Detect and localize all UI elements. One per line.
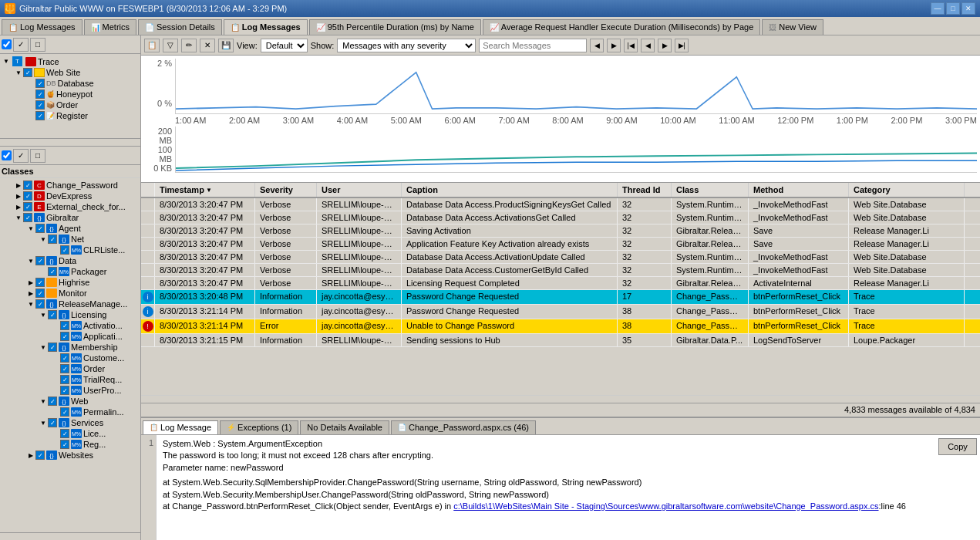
- expand-icon-ws[interactable]: ▶: [26, 451, 35, 460]
- table-scroll-h[interactable]: [141, 395, 980, 403]
- expand-icon-data[interactable]: ▼: [26, 256, 35, 265]
- checkbox-monitor[interactable]: [35, 289, 45, 298]
- checkbox-lice[interactable]: [60, 429, 69, 438]
- th-severity[interactable]: Severity: [255, 183, 317, 197]
- checkbox-act[interactable]: [60, 321, 69, 330]
- tab-change-password-file[interactable]: 📄 Change_Password.aspx.cs (46): [391, 420, 536, 434]
- expand-icon-web[interactable]: ▼: [39, 397, 48, 406]
- tree-node-clr[interactable]: ▶ M% CLRListe...: [2, 245, 139, 255]
- tab-avg-request[interactable]: 📈 Average Request Handler Execute Durati…: [483, 19, 761, 35]
- checkbox-packager[interactable]: [48, 267, 57, 276]
- checkbox-highrise[interactable]: [35, 278, 45, 287]
- nav-last-button[interactable]: ▶|: [675, 39, 689, 52]
- table-row[interactable]: 8/30/2013 3:20:47 PM Verbose SRELLIM\lou…: [141, 264, 980, 277]
- table-row[interactable]: 8/30/2013 3:20:47 PM Verbose SRELLIM\lou…: [141, 277, 980, 290]
- tree-node-custome[interactable]: ▶ M% Custome...: [2, 353, 139, 363]
- th-user[interactable]: User: [317, 183, 402, 197]
- checkbox-data[interactable]: [35, 256, 45, 265]
- check-all-button-2[interactable]: ✓: [13, 149, 29, 163]
- table-row[interactable]: 8/30/2013 3:20:47 PM Verbose SRELLIM\lou…: [141, 224, 980, 238]
- checkbox-cust[interactable]: [60, 353, 69, 363]
- tree-node-applicati[interactable]: ▶ M% Applicati...: [2, 331, 139, 342]
- checkbox-lic[interactable]: [48, 310, 57, 319]
- checkbox-net[interactable]: [48, 235, 57, 244]
- expand-icon-agent[interactable]: ▼: [26, 224, 35, 233]
- tree-node-order2[interactable]: ▶ M% Order: [2, 363, 139, 374]
- uncheck-all-button-2[interactable]: □: [30, 149, 45, 163]
- tree-node-userpro[interactable]: ▶ M% UserPro...: [2, 385, 139, 396]
- th-timestamp[interactable]: Timestamp ▼: [155, 183, 255, 197]
- checkbox-ws[interactable]: [35, 451, 45, 460]
- tree-node-database[interactable]: ▶ DB Database: [2, 78, 139, 89]
- table-row-selected[interactable]: i 8/30/2013 3:20:48 PM Information jay.c…: [141, 290, 980, 305]
- checkbox-order[interactable]: [35, 100, 45, 110]
- checkbox-ord2[interactable]: [60, 364, 69, 373]
- tree-node-services[interactable]: ▼ {} Services: [2, 417, 139, 428]
- expand-icon-rm[interactable]: ▼: [26, 299, 35, 309]
- tab-log-messages-2[interactable]: 📋 Log Messages: [224, 19, 308, 35]
- expand-icon-lic[interactable]: ▼: [39, 310, 48, 319]
- checkbox-rm[interactable]: [35, 299, 45, 309]
- tree-node-register[interactable]: ▶ 📝 Register: [2, 110, 139, 121]
- checkbox-user[interactable]: [60, 386, 69, 395]
- tree-scroll-top[interactable]: [0, 139, 140, 147]
- checkbox-app2[interactable]: [60, 332, 69, 341]
- checkbox-cp[interactable]: [23, 181, 32, 190]
- expand-icon-mem[interactable]: ▼: [39, 343, 48, 352]
- maximize-button[interactable]: □: [946, 2, 960, 15]
- funnel-button[interactable]: ▽: [163, 39, 178, 52]
- expand-icon-gib[interactable]: ▼: [14, 213, 23, 222]
- code-link[interactable]: c:\Builds\1\WebSites\Main Site - Staging…: [453, 501, 878, 511]
- tree-node-data[interactable]: ▼ {} Data: [2, 255, 139, 266]
- expand-icon-cp[interactable]: ▶: [14, 181, 23, 190]
- checkbox-mem[interactable]: [48, 343, 57, 352]
- tab-exceptions[interactable]: ⚡ Exceptions (1): [220, 420, 298, 434]
- th-threadid[interactable]: Thread Id: [618, 183, 672, 197]
- search-input[interactable]: [479, 39, 587, 52]
- tree-node-order[interactable]: ▶ 📦 Order: [2, 100, 139, 110]
- tab-metrics[interactable]: 📊 Metrics: [84, 19, 136, 35]
- expand-icon-highrise[interactable]: ▶: [26, 278, 35, 287]
- checkbox-database[interactable]: [35, 79, 45, 88]
- clear-filter-button[interactable]: ✕: [200, 39, 215, 52]
- expand-icon-dx[interactable]: ▶: [14, 191, 23, 201]
- checkbox-register[interactable]: [35, 111, 45, 120]
- tree-node-devexpress[interactable]: ▶ D DevExpress: [2, 191, 139, 201]
- tree-node-releasemgr[interactable]: ▼ {} ReleaseManage...: [2, 299, 139, 309]
- tree-node-reg[interactable]: ▶ M% Reg...: [2, 439, 139, 450]
- checkbox-honeypot[interactable]: [35, 89, 45, 99]
- nav-next-button[interactable]: ▶: [658, 39, 672, 52]
- th-class[interactable]: Class: [672, 183, 749, 197]
- copy-button[interactable]: Copy: [938, 438, 977, 455]
- expand-icon-svc[interactable]: ▼: [39, 418, 48, 427]
- tree-node-trialreq[interactable]: ▶ M% TrialReq...: [2, 374, 139, 385]
- tree-node-net[interactable]: ▼ {} Net: [2, 234, 139, 245]
- checkbox-gib[interactable]: [23, 213, 32, 222]
- minimize-button[interactable]: —: [931, 2, 945, 15]
- save-button[interactable]: 💾: [218, 39, 234, 52]
- tree-node-activation[interactable]: ▶ M% Activatio...: [2, 320, 139, 331]
- table-row[interactable]: 8/30/2013 3:20:47 PM Verbose SRELLIM\lou…: [141, 198, 980, 211]
- table-row[interactable]: i 8/30/2013 3:21:14 PM Information jay.c…: [141, 305, 980, 319]
- expand-icon-ext[interactable]: ▶: [14, 202, 23, 211]
- close-button[interactable]: ✕: [961, 2, 975, 15]
- expand-icon-monitor[interactable]: ▶: [26, 289, 35, 298]
- checkbox-ext[interactable]: [23, 202, 32, 211]
- tree-node-website[interactable]: ▼ Web Site: [2, 67, 139, 78]
- tree-node-permalin[interactable]: ▶ M% Permalin...: [2, 407, 139, 417]
- tree-node-web[interactable]: ▼ {} Web: [2, 396, 139, 407]
- table-row[interactable]: 8/30/2013 3:21:15 PM Information SRELLIM…: [141, 334, 980, 347]
- table-row[interactable]: 8/30/2013 3:20:47 PM Verbose SRELLIM\lou…: [141, 251, 980, 264]
- checkbox-perm[interactable]: [60, 407, 69, 417]
- checkbox-agent[interactable]: [35, 224, 45, 233]
- select-all-checkbox[interactable]: [2, 39, 12, 49]
- tab-log-messages-1[interactable]: 📋 Log Messages: [2, 19, 83, 35]
- tree-node-licensing[interactable]: ▼ {} Licensing: [2, 309, 139, 320]
- expand-icon-website[interactable]: ▼: [14, 68, 23, 77]
- check-all-button[interactable]: ✓: [13, 38, 29, 52]
- nav-first-button[interactable]: |◀: [624, 39, 638, 52]
- tree-node-membership[interactable]: ▼ {} Membership: [2, 342, 139, 353]
- tree-node-lice[interactable]: ▶ M% Lice...: [2, 428, 139, 439]
- expand-icon-net[interactable]: ▼: [39, 235, 48, 244]
- tree-scroll-bottom[interactable]: [0, 532, 140, 540]
